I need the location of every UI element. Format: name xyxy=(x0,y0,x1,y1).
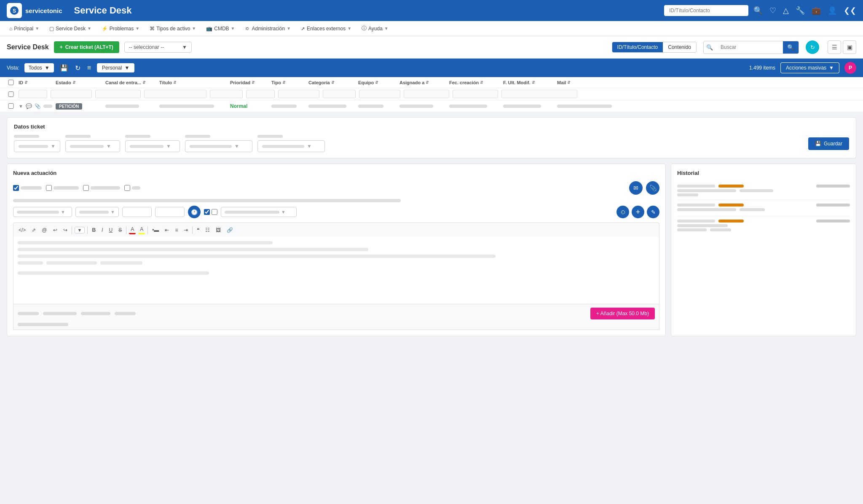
col-header-f-ult-modif[interactable]: F. Ult. Modif. ⇵ xyxy=(503,80,554,85)
add-attachment-button[interactable]: + Añadir (Max 50.0 Mb) xyxy=(590,308,655,319)
field-select-3[interactable]: ▼ xyxy=(125,140,180,152)
col-header-prioridad[interactable]: Prioridad ⇵ xyxy=(230,80,268,85)
select-all-checkbox[interactable] xyxy=(7,80,15,85)
search-by-id-button[interactable]: ID/Título/Contacto xyxy=(612,42,663,52)
font-select[interactable]: ▼ xyxy=(75,227,85,233)
add-button[interactable]: + xyxy=(632,206,644,218)
time-input-2[interactable] xyxy=(155,207,185,217)
filter-asignado[interactable] xyxy=(359,90,400,98)
checkbox-2[interactable] xyxy=(46,185,52,191)
filter-id[interactable] xyxy=(19,90,47,98)
filter-checkbox[interactable] xyxy=(7,91,15,97)
checkbox-1[interactable] xyxy=(13,185,19,191)
col-header-tipo[interactable]: Tipo ⇵ xyxy=(271,80,305,85)
edit-button[interactable]: ✎ xyxy=(647,206,659,218)
inline-checkbox-2[interactable] xyxy=(212,209,217,215)
heart-icon[interactable]: ♡ xyxy=(769,6,776,15)
refresh-search-button[interactable]: ↻ xyxy=(806,40,819,54)
checkbox-3[interactable] xyxy=(83,185,89,191)
font-color-tool[interactable]: A xyxy=(129,225,136,234)
filter-equipo[interactable] xyxy=(323,90,356,98)
search-icon[interactable]: 🔍 xyxy=(753,6,763,15)
filter-prioridad[interactable] xyxy=(210,90,243,98)
row-checkbox[interactable] xyxy=(7,103,15,109)
nav-service-desk[interactable]: ▢ Service Desk ▼ xyxy=(45,23,96,34)
nav-cmdb[interactable]: 📺 CMDB ▼ xyxy=(202,23,239,34)
expand-icon[interactable]: ▼ xyxy=(19,104,23,109)
category-select[interactable]: -- seleccionar -- ▼ xyxy=(124,42,192,53)
col-header-mail[interactable]: Mail ⇵ xyxy=(557,80,591,85)
table-row[interactable]: ▼ 💬 📎 PETICIÓN Normal xyxy=(0,100,863,112)
col-header-categoria[interactable]: Categoría ⇵ xyxy=(308,80,355,85)
search-by-content-button[interactable]: Contenido xyxy=(663,42,696,52)
filter-tipo[interactable] xyxy=(246,90,275,98)
save-view-button[interactable]: 💾 xyxy=(59,63,69,73)
image-tool[interactable]: 🖼 xyxy=(214,226,222,234)
attach-button[interactable]: 📎 xyxy=(646,181,659,195)
historial-item-2[interactable] xyxy=(677,200,850,216)
align-right-tool[interactable]: ⇥ xyxy=(182,226,190,234)
search-input[interactable] xyxy=(716,42,783,52)
nav-problemas[interactable]: ⚡ Problemas ▼ xyxy=(97,23,144,34)
italic-tool[interactable]: I xyxy=(100,226,105,234)
col-header-fec-creacion[interactable]: Fec. creación ⇵ xyxy=(449,80,500,85)
col-header-titulo[interactable]: Título ⇵ xyxy=(159,80,227,85)
nav-enlaces-externos[interactable]: ➚ Enlaces externos ▼ xyxy=(297,23,356,34)
filter-f-ult-modif[interactable] xyxy=(453,90,498,98)
refresh-button[interactable]: ↻ xyxy=(74,63,81,73)
col-header-canal[interactable]: Canal de entra... ⇵ xyxy=(105,80,156,85)
highlight-tool[interactable]: A xyxy=(138,225,145,234)
quote-tool[interactable]: ❝ xyxy=(195,226,201,234)
alert-icon[interactable]: △ xyxy=(783,6,789,15)
filter-estado[interactable] xyxy=(51,90,92,98)
redo-tool[interactable]: ↪ xyxy=(62,226,69,234)
briefcase-icon[interactable]: 💼 xyxy=(812,6,821,15)
field-select-5[interactable]: ▼ xyxy=(257,140,325,152)
collapse-icon[interactable]: ❮❮ xyxy=(844,6,856,15)
nav-tipos-activo[interactable]: ⌘ Tipos de activo ▼ xyxy=(145,23,200,34)
form-select-category[interactable]: ▼ xyxy=(75,207,119,217)
form-select-assignee[interactable]: ▼ xyxy=(221,207,297,217)
expand-tool[interactable]: ⇗ xyxy=(30,226,38,234)
historial-item-1[interactable] xyxy=(677,181,850,200)
view-selector[interactable]: Todos ▼ xyxy=(24,63,54,72)
acciones-masivas-button[interactable]: Acciones masivas ▼ xyxy=(780,62,839,73)
search-button[interactable]: 🔍 xyxy=(783,41,799,54)
columns-button[interactable]: ≡ xyxy=(86,63,92,72)
send-button[interactable]: ✉ xyxy=(629,181,643,195)
col-header-id[interactable]: ID ⇵ xyxy=(19,80,52,85)
header-search-input[interactable] xyxy=(664,5,748,16)
grid-view-button[interactable]: ▣ xyxy=(843,40,856,54)
timer-button[interactable]: ⏲ xyxy=(616,206,629,218)
historial-item-3[interactable] xyxy=(677,216,850,235)
editor-content[interactable] xyxy=(13,237,659,304)
col-header-estado[interactable]: Estado ⇵ xyxy=(56,80,102,85)
filter-titulo[interactable] xyxy=(144,90,206,98)
align-left-tool[interactable]: ⇤ xyxy=(163,226,171,234)
inline-checkbox[interactable] xyxy=(204,209,210,215)
save-button[interactable]: 💾 Guardar xyxy=(808,137,849,150)
filter-mail[interactable] xyxy=(501,90,577,98)
bold-tool[interactable]: B xyxy=(90,226,97,234)
col-header-asignado[interactable]: Asignado a ⇵ xyxy=(399,80,446,85)
filter-categoria[interactable] xyxy=(278,90,319,98)
list-view-button[interactable]: ☰ xyxy=(828,40,841,54)
personal-filter-button[interactable]: Personal ▼ xyxy=(97,63,134,72)
wrench-icon[interactable]: 🔧 xyxy=(796,6,805,15)
field-select-1[interactable]: ▼ xyxy=(14,140,60,152)
checkbox-4[interactable] xyxy=(124,185,130,191)
filter-canal[interactable] xyxy=(95,90,141,98)
field-select-4[interactable]: ▼ xyxy=(185,140,252,152)
user-avatar[interactable]: P xyxy=(844,62,856,74)
align-center-tool[interactable]: ≡ xyxy=(173,226,180,234)
user-icon[interactable]: 👤 xyxy=(828,6,837,15)
undo-tool[interactable]: ↩ xyxy=(51,226,59,234)
field-select-2[interactable]: ▼ xyxy=(65,140,120,152)
nav-administracion[interactable]: ⛭ Administración ▼ xyxy=(241,23,295,34)
strikethrough-tool[interactable]: S xyxy=(117,226,123,234)
code-tool[interactable]: </> xyxy=(17,226,27,234)
underline-tool[interactable]: U xyxy=(107,226,114,234)
nav-ayuda[interactable]: ⓘ Ayuda ▼ xyxy=(357,22,393,35)
at-tool[interactable]: @ xyxy=(40,226,48,234)
clock-button[interactable]: 🕐 xyxy=(188,206,201,218)
